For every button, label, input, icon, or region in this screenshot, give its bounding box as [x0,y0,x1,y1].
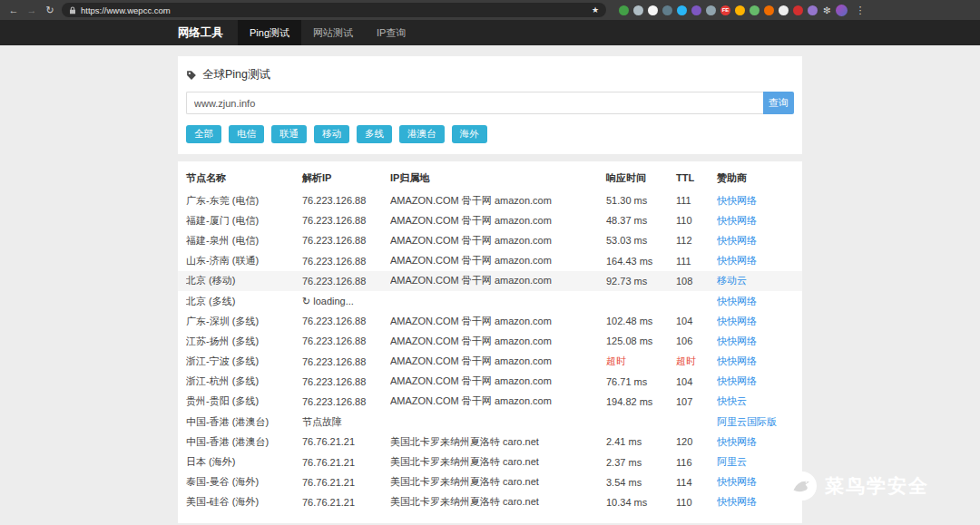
sponsor-link[interactable]: 快快网络 [717,436,757,447]
filter-button[interactable]: 多线 [357,125,392,143]
browser-menu-icon[interactable]: ⋮ [853,5,867,16]
sponsor-link[interactable]: 快快网络 [717,496,757,507]
cell-ip: 76.223.126.88 [302,235,390,246]
cell-ttl: 107 [676,396,717,407]
search-row: 查询 [186,92,794,114]
cell-sponsor: 快快网络 [717,295,794,308]
cell-ttl: 104 [676,376,717,387]
extension-icon[interactable]: FE [720,5,730,15]
search-input[interactable] [186,92,763,114]
cell-ip: 76.223.126.88 [302,276,390,287]
extension-icon[interactable] [808,5,818,15]
page-title: 全球Ping测试 [186,67,794,83]
cell-ttl: 106 [676,335,717,346]
cell-node: 北京 (移动) [186,274,302,287]
cell-location: 美国北卡罗来纳州夏洛特 caro.net [390,435,606,449]
column-header: 赞助商 [717,171,794,185]
watermark-text: 菜鸟学安全 [825,473,929,499]
sponsor-link[interactable]: 快快网络 [717,375,757,386]
sponsor-link[interactable]: 快快网络 [717,255,757,266]
sponsor-link[interactable]: 快快网络 [717,355,757,366]
cell-response-time: 2.37 ms [606,457,676,468]
sponsor-link[interactable]: 快快网络 [717,296,757,306]
profile-avatar[interactable] [836,5,848,16]
sponsor-link[interactable]: 移动云 [717,275,747,286]
cell-node: 日本 (海外) [186,455,302,469]
sponsor-link[interactable]: 阿里云 [717,456,747,467]
cell-ip: 76.223.126.88 [302,256,390,267]
extension-icon[interactable] [648,5,658,15]
table-row: 北京 (移动)76.223.126.88AMAZON.COM 骨干网 amazo… [178,271,802,291]
cell-node: 广东-东莞 (电信) [186,194,302,208]
ping-test-panel: 全球Ping测试 查询 全部电信联通移动多线港澳台海外 [178,56,802,154]
extensions-puzzle-icon[interactable]: ❇ [823,5,830,15]
filter-button[interactable]: 移动 [314,125,349,143]
extension-icon[interactable] [735,5,745,15]
cell-response-time: 125.08 ms [606,335,676,346]
table-row: 浙江-杭州 (多线)76.223.126.88AMAZON.COM 骨干网 am… [178,372,802,392]
table-row: 美国-硅谷 (海外)76.76.21.21美国北卡罗来纳州夏洛特 caro.ne… [178,492,802,512]
table-row: 福建-泉州 (电信)76.223.126.88AMAZON.COM 骨干网 am… [178,230,802,250]
cell-node: 北京 (多线) [186,295,302,308]
query-button[interactable]: 查询 [763,92,794,114]
filter-button[interactable]: 联通 [271,125,307,143]
cell-node: 浙江-宁波 (多线) [186,355,302,368]
forward-icon[interactable]: → [25,5,38,15]
address-bar[interactable]: https://www.wepcc.com ★ [62,3,606,17]
extension-icons: FE [619,5,818,15]
sponsor-link[interactable]: 快快云 [717,395,747,406]
extension-icon[interactable] [793,5,803,15]
cell-location: AMAZON.COM 骨干网 amazon.com [390,234,606,248]
cell-sponsor: 快快网络 [717,234,794,248]
reload-icon[interactable]: ↻ [44,5,56,15]
extension-icon[interactable] [633,5,643,15]
cell-ip: 76.223.126.88 [302,335,390,346]
filter-button[interactable]: 电信 [229,125,264,143]
table-row: 北京 (多线)↻loading...快快网络 [178,291,802,311]
cell-node: 浙江-杭州 (多线) [186,374,302,388]
cell-sponsor: 快快网络 [717,214,794,228]
extension-icon[interactable] [764,5,774,15]
browser-chrome: ← → ↻ https://www.wepcc.com ★ FE ❇ ⋮ [0,0,980,20]
extension-icon[interactable] [706,5,716,15]
cell-sponsor: 阿里云国际版 [717,415,794,429]
table-row: 日本 (海外)76.76.21.21美国北卡罗来纳州夏洛特 caro.net2.… [178,452,802,472]
filter-button[interactable]: 海外 [452,125,487,143]
sponsor-link[interactable]: 阿里云国际版 [717,416,777,427]
sponsor-link[interactable]: 快快网络 [717,195,757,206]
cell-sponsor: 快快网络 [717,475,794,489]
cell-node: 福建-厦门 (电信) [186,214,302,228]
column-header: TTL [676,172,717,183]
table-row: 中国-香港 (港澳台)节点故障阿里云国际版 [178,412,802,432]
cell-sponsor: 快快网络 [717,435,794,449]
extension-icon[interactable] [619,5,629,15]
cell-response-time: 92.73 ms [606,276,676,287]
filter-row: 全部电信联通移动多线港澳台海外 [186,125,794,143]
filter-button[interactable]: 港澳台 [399,125,445,143]
cell-ttl: 超时 [676,355,717,368]
table-row: 山东-济南 (联通)76.223.126.88AMAZON.COM 骨干网 am… [178,251,802,271]
filter-button[interactable]: 全部 [186,125,221,143]
back-icon[interactable]: ← [7,5,20,15]
sponsor-link[interactable]: 快快网络 [717,235,757,246]
cell-response-time: 194.82 ms [606,396,676,407]
extension-icon[interactable] [750,5,760,15]
table-row: 中国-香港 (港澳台)76.76.21.21美国北卡罗来纳州夏洛特 caro.n… [178,432,802,452]
sponsor-link[interactable]: 快快网络 [717,215,757,226]
nav-tab[interactable]: Ping测试 [238,20,301,45]
bookmark-star-icon[interactable]: ★ [592,6,599,15]
cell-node: 山东-济南 (联通) [186,254,302,267]
sponsor-link[interactable]: 快快网络 [717,476,757,487]
sponsor-link[interactable]: 快快网络 [717,335,757,346]
extension-icon[interactable] [691,5,701,15]
cell-ttl: 110 [676,215,717,226]
extension-icon[interactable] [662,5,672,15]
extension-icon[interactable] [677,5,687,15]
sponsor-link[interactable]: 快快网络 [717,316,757,326]
cell-location: 美国北卡罗来纳州夏洛特 caro.net [390,475,606,489]
table-row: 浙江-宁波 (多线)76.223.126.88AMAZON.COM 骨干网 am… [178,352,802,372]
table-row: 江苏-扬州 (多线)76.223.126.88AMAZON.COM 骨干网 am… [178,331,802,351]
nav-tab[interactable]: IP查询 [365,20,417,45]
nav-tab[interactable]: 网站测试 [301,20,365,45]
extension-icon[interactable] [779,5,789,15]
